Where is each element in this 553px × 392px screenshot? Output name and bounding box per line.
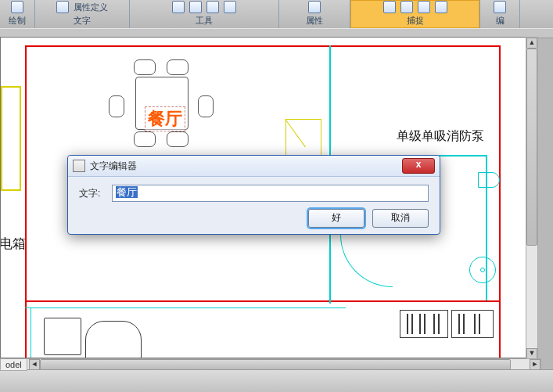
- snap-icon-1[interactable]: [383, 1, 396, 13]
- chair-outline: [167, 59, 189, 75]
- tool-icon-4[interactable]: [224, 1, 236, 13]
- wall-line: [25, 45, 27, 358]
- close-button[interactable]: x: [402, 158, 435, 174]
- cancel-button[interactable]: 取消: [372, 209, 429, 228]
- scroll-down-arrow[interactable]: ▼: [526, 348, 537, 359]
- wall-line: [25, 45, 501, 47]
- edit-icon[interactable]: [494, 1, 506, 13]
- drawing-canvas[interactable]: 餐厅 单级单吸消防泵 电箱 文字编辑器 x 文字: 餐厅 好 取消: [0, 37, 528, 358]
- scroll-right-arrow[interactable]: ►: [530, 359, 540, 370]
- wall-line: [345, 300, 499, 302]
- ribbon-label-text: 文字: [74, 14, 91, 28]
- ribbon-label-snap: 捕捉: [407, 14, 424, 28]
- fixture-outline: [469, 257, 496, 283]
- dialog-title: 文字编辑器: [90, 160, 137, 173]
- app-icon: [73, 160, 85, 172]
- ribbon-group-draw: 绘制: [0, 0, 35, 28]
- text-icon[interactable]: [56, 1, 69, 13]
- ribbon-group-edit: 编: [480, 0, 520, 28]
- status-bar: [0, 369, 553, 392]
- dialog-titlebar[interactable]: 文字编辑器 x: [68, 156, 440, 177]
- wall-line: [499, 45, 501, 358]
- model-tab[interactable]: odel: [0, 358, 27, 371]
- ribbon-attrdef[interactable]: 属性定义: [74, 2, 108, 13]
- fixture-outline: [478, 172, 500, 188]
- text-input-value: 餐厅: [116, 186, 138, 198]
- ribbon-group-props: 属性: [279, 0, 350, 28]
- text-input[interactable]: 餐厅: [112, 185, 429, 202]
- ribbon-group-snap: 捕捉: [350, 0, 480, 28]
- snap-icon-4[interactable]: [435, 1, 447, 13]
- ribbon-group-text: 属性定义 文字: [35, 0, 130, 28]
- text-object-box[interactable]: 电箱: [0, 235, 26, 253]
- scroll-up-arrow[interactable]: ▲: [526, 38, 537, 49]
- chair-outline: [134, 59, 156, 75]
- shelf-outline: [451, 310, 494, 338]
- props-icon[interactable]: [308, 1, 321, 13]
- text-object-dining[interactable]: 餐厅: [145, 106, 185, 131]
- furniture-outline: [44, 318, 81, 355]
- wall-line: [25, 307, 346, 308]
- chair-outline: [109, 95, 124, 117]
- ribbon-label-draw: 绘制: [9, 14, 26, 28]
- draw-icon[interactable]: [11, 1, 23, 13]
- text-editor-dialog: 文字编辑器 x 文字: 餐厅 好 取消: [67, 155, 440, 235]
- ribbon-group-tools: 工具: [130, 0, 279, 28]
- scroll-left-arrow[interactable]: ◄: [29, 359, 40, 370]
- chair-outline: [134, 131, 156, 147]
- wall-line: [31, 307, 31, 358]
- panel-outline: [1, 86, 21, 191]
- door-arc: [340, 235, 393, 287]
- tool-icon-3[interactable]: [206, 1, 219, 13]
- ribbon-label-props: 属性: [306, 14, 323, 28]
- shelf-outline: [400, 310, 448, 338]
- text-object-pump[interactable]: 单级单吸消防泵: [397, 128, 484, 145]
- ribbon: 绘制 属性定义 文字 工具 属性 捕捉 编: [0, 0, 553, 29]
- furniture-outline: [85, 321, 142, 358]
- ok-button[interactable]: 好: [308, 209, 364, 228]
- ribbon-label-tools: 工具: [196, 14, 213, 28]
- wall-line: [25, 300, 346, 302]
- tool-icon-1[interactable]: [172, 1, 185, 13]
- vertical-scrollbar[interactable]: ▲ ▼: [526, 37, 538, 360]
- hscroll-thumb[interactable]: [40, 359, 511, 370]
- tool-icon-2[interactable]: [189, 1, 202, 13]
- chair-outline: [167, 131, 189, 147]
- vscroll-thumb[interactable]: [526, 49, 537, 246]
- chair-outline: [198, 95, 214, 117]
- snap-icon-3[interactable]: [418, 1, 430, 13]
- field-label-text: 文字:: [79, 187, 112, 200]
- snap-icon-2[interactable]: [400, 1, 413, 13]
- ribbon-label-edit: 编: [496, 14, 505, 28]
